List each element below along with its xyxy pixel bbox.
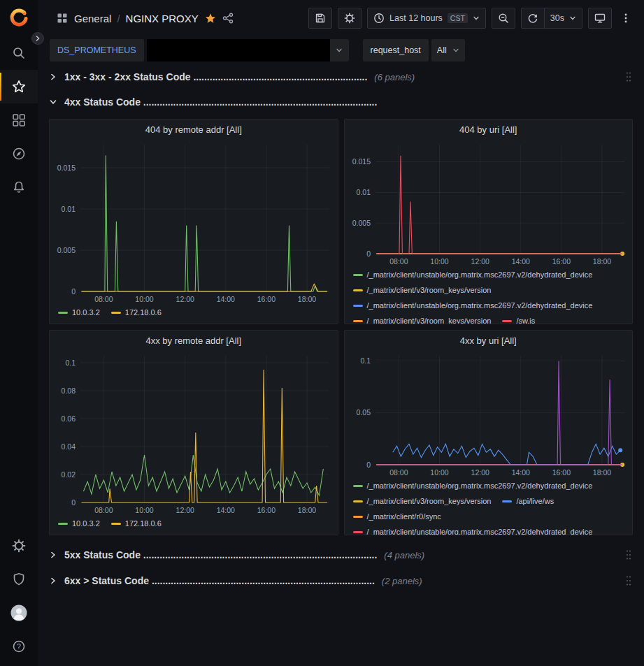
legend-swatch: [111, 523, 121, 525]
legend: /_matrix/client/unstable/org.matrix.msc2…: [345, 479, 633, 535]
apps-grid-icon[interactable]: [57, 13, 68, 24]
drag-handle-icon[interactable]: [624, 70, 633, 84]
sidebar: [0, 0, 38, 666]
chevron-down-icon: [473, 15, 480, 22]
grafana-logo[interactable]: [9, 0, 29, 36]
legend: /_matrix/client/unstable/org.matrix.msc2…: [345, 268, 633, 324]
legend-item[interactable]: /_matrix/client/unstable/org.matrix.msc2…: [353, 269, 593, 280]
legend-item[interactable]: 172.18.0.6: [111, 307, 162, 318]
legend-swatch: [353, 289, 363, 291]
row-5xx-status-code[interactable]: 5xx Status Code ........................…: [49, 545, 633, 565]
breadcrumb-folder[interactable]: General: [74, 13, 111, 24]
ds-prometheus-dropdown[interactable]: [147, 39, 349, 61]
kebab-menu-button[interactable]: [617, 8, 634, 29]
legend-label: /_matrix/client/unstable/org.matrix.msc2…: [367, 480, 593, 491]
svg-text:08:00: 08:00: [94, 506, 113, 514]
svg-text:16:00: 16:00: [552, 468, 570, 477]
legend-item[interactable]: 10.0.3.2: [58, 518, 100, 529]
panel-title[interactable]: 4xx by remote addr [All]: [50, 331, 338, 350]
legend-item[interactable]: /_matrix/client/unstable/org.matrix.msc2…: [353, 300, 593, 311]
legend-label: /_matrix/client/unstable/org.matrix.msc2…: [367, 269, 593, 280]
svg-text:0.015: 0.015: [57, 164, 76, 172]
legend-item[interactable]: 10.0.3.2: [58, 307, 100, 318]
refresh-interval-label: 30s: [550, 13, 564, 23]
legend-label: /_matrix/client/unstable/org.matrix.msc2…: [367, 526, 593, 535]
legend-item[interactable]: /sw.js: [502, 315, 535, 324]
sidebar-expand-button[interactable]: [31, 32, 44, 45]
legend-swatch: [353, 531, 363, 533]
legend-item[interactable]: /_matrix/client/v3/room_keys/version: [353, 495, 492, 507]
panel-title[interactable]: 4xx by uri [All]: [345, 331, 633, 350]
share-icon[interactable]: [222, 13, 234, 24]
refresh-button[interactable]: [521, 8, 545, 29]
shield-icon: [12, 572, 26, 586]
legend-item[interactable]: /api/live/ws: [502, 495, 554, 507]
request-host-dropdown[interactable]: All: [431, 39, 465, 61]
svg-text:0.005: 0.005: [57, 246, 76, 254]
drag-handle-icon[interactable]: [624, 548, 633, 562]
dashboard-content: 1xx - 3xx - 2xx Status Code ............…: [38, 64, 644, 666]
save-icon: [315, 13, 326, 24]
sidebar-item-help[interactable]: [0, 630, 38, 663]
drag-handle-icon[interactable]: [624, 574, 633, 588]
zoom-out-button[interactable]: [492, 8, 515, 29]
legend-item[interactable]: /_matrix/client/unstable/org.matrix.msc2…: [353, 526, 593, 535]
row-6xx-status-code[interactable]: 6xx > Status Code ......................…: [49, 571, 633, 591]
svg-text:0.04: 0.04: [62, 442, 76, 451]
sidebar-item-configuration[interactable]: [0, 529, 38, 563]
legend-swatch: [353, 274, 363, 276]
legend-item[interactable]: /_matrix/client/v3/room_keys/version: [353, 284, 492, 296]
kebab-icon: [620, 13, 631, 24]
panel-404-by-uri: 404 by uri [All] 00.0050.010.01508:0010:…: [344, 119, 634, 324]
row-title: 5xx Status Code ........................…: [64, 549, 377, 560]
timeseries-chart[interactable]: 00.0050.010.01508:0010:0012:0014:0016:00…: [50, 139, 338, 305]
sidebar-item-profile[interactable]: [0, 596, 38, 630]
sidebar-item-dashboards[interactable]: [0, 103, 38, 137]
gear-icon: [344, 13, 355, 24]
tv-mode-button[interactable]: [588, 8, 612, 29]
legend-item[interactable]: /_matrix/client/v3/room_keys/version: [353, 315, 492, 324]
sidebar-item-alerting[interactable]: [0, 171, 38, 204]
dashboards-grid-icon: [12, 113, 26, 127]
legend-item[interactable]: /_matrix/client/unstable/org.matrix.msc2…: [353, 480, 593, 491]
bell-icon: [12, 180, 26, 194]
variable-label-ds-prometheus[interactable]: DS_PROMETHEUS: [50, 39, 144, 61]
dashboard-title[interactable]: NGINX PROXY: [126, 13, 199, 24]
svg-text:16:00: 16:00: [552, 257, 570, 266]
legend-label: 172.18.0.6: [125, 307, 162, 318]
panel-title[interactable]: 404 by uri [All]: [345, 120, 633, 139]
favorite-star-icon[interactable]: [205, 13, 216, 24]
svg-text:0.1: 0.1: [65, 359, 76, 367]
time-range-label: Last 12 hours: [389, 13, 443, 23]
legend-swatch: [111, 312, 121, 314]
svg-text:0.005: 0.005: [352, 219, 370, 227]
legend-item[interactable]: 172.18.0.6: [111, 518, 162, 529]
panel-title[interactable]: 404 by remote addr [All]: [50, 120, 338, 139]
refresh-interval-dropdown[interactable]: 30s: [544, 8, 582, 29]
monitor-icon: [594, 13, 606, 24]
legend: 10.0.3.2172.18.0.6: [50, 516, 338, 535]
save-dashboard-button[interactable]: [308, 8, 332, 29]
legend-swatch: [353, 305, 363, 307]
legend-swatch: [353, 500, 363, 502]
svg-text:18:00: 18:00: [592, 468, 610, 477]
row-4xx-status-code[interactable]: 4xx Status Code ........................…: [49, 92, 633, 112]
svg-text:18:00: 18:00: [298, 506, 316, 514]
sidebar-item-starred[interactable]: [0, 70, 38, 103]
timeseries-chart[interactable]: 00.0050.010.01508:0010:0012:0014:0016:00…: [345, 139, 633, 268]
sidebar-item-server-admin[interactable]: [0, 563, 38, 596]
legend-swatch: [502, 320, 512, 322]
legend-item[interactable]: /_matrix/client/r0/sync: [353, 511, 441, 522]
main-area: General / NGINX PROXY Last 12 hours CST: [38, 0, 644, 666]
legend-label: 172.18.0.6: [125, 518, 162, 529]
dashboard-settings-button[interactable]: [338, 8, 362, 29]
time-range-picker[interactable]: Last 12 hours CST: [367, 8, 486, 29]
compass-icon: [12, 147, 26, 161]
sidebar-item-explore[interactable]: [0, 137, 38, 171]
row-1xx-3xx-2xx-status-code[interactable]: 1xx - 3xx - 2xx Status Code ............…: [49, 67, 633, 87]
timeseries-chart[interactable]: 00.020.040.060.080.108:0010:0012:0014:00…: [50, 350, 338, 516]
zoom-out-icon: [498, 13, 509, 24]
chevron-right-icon: [49, 577, 64, 585]
legend-label: 10.0.3.2: [72, 307, 100, 318]
timeseries-chart[interactable]: 00.050.108:0010:0012:0014:0016:0018:00: [345, 350, 633, 479]
